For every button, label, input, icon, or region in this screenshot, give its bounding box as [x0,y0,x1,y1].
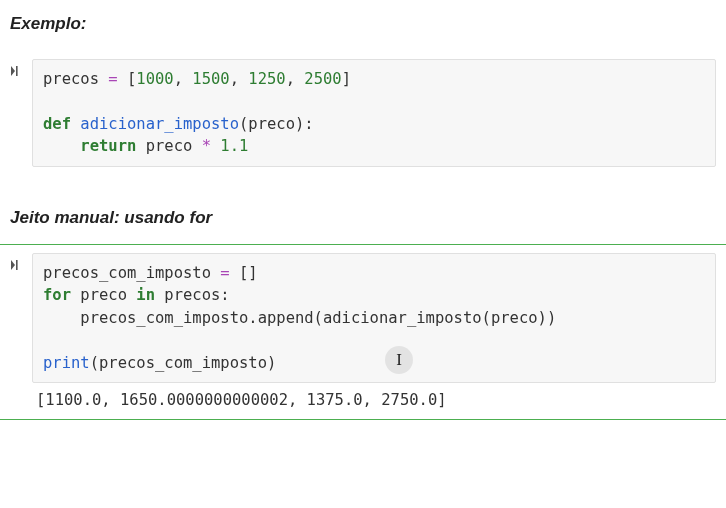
run-cell-icon[interactable] [6,251,26,274]
code-line: precos_com_imposto.append(adicionar_impo… [43,309,556,327]
code-cell-1: precos = [1000, 1500, 1250, 2500] def ad… [0,50,726,176]
code-line: for preco in precos: [43,286,230,304]
code-editor-2[interactable]: precos_com_imposto = [] for preco in pre… [32,253,716,383]
code-cell-2: precos_com_imposto = [] for preco in pre… [0,244,726,420]
text-cursor-icon: I [385,346,413,374]
code-line: precos_com_imposto = [] [43,264,258,282]
cell-output: [1100.0, 1650.0000000000002, 1375.0, 275… [0,385,726,413]
svg-rect-1 [16,260,18,270]
code-line: def adicionar_imposto(preco): [43,115,314,133]
cell-row: precos_com_imposto = [] for preco in pre… [0,251,726,385]
code-line: return preco * 1.1 [43,137,248,155]
code-editor-1[interactable]: precos = [1000, 1500, 1250, 2500] def ad… [32,59,716,167]
heading-manual: Jeito manual: usando for [0,194,726,236]
run-cell-icon[interactable] [6,57,26,80]
cell-row: precos = [1000, 1500, 1250, 2500] def ad… [0,57,726,169]
heading-example: Exemplo: [0,0,726,42]
svg-rect-0 [16,66,18,76]
code-line: print(precos_com_imposto) [43,354,276,372]
code-line: precos = [1000, 1500, 1250, 2500] [43,70,351,88]
